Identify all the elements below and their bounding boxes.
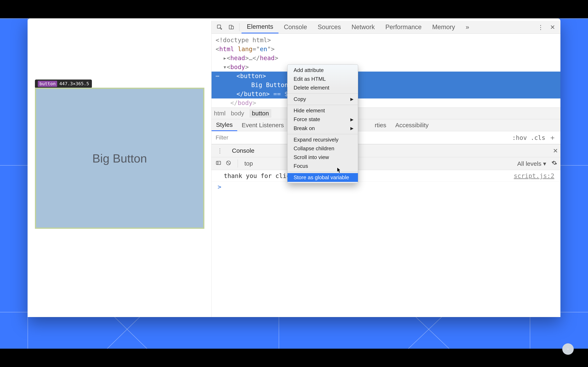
cls-toggle[interactable]: .cls <box>531 134 545 141</box>
tabs-overflow[interactable]: » <box>460 21 475 33</box>
ctx-scroll-into-view[interactable]: Scroll into view <box>287 153 358 162</box>
ctx-store-as-global[interactable]: Store as global variable <box>287 173 358 182</box>
big-button-label: Big Button <box>92 151 147 165</box>
devtools-panel: Elements Console Sources Network Perform… <box>211 21 561 317</box>
console-levels-select[interactable]: All levels ▾ <box>517 160 546 167</box>
tab-elements[interactable]: Elements <box>242 21 278 33</box>
dom-doctype[interactable]: <!doctype html> <box>212 36 561 45</box>
crumb-body[interactable]: body <box>231 110 244 117</box>
dom-head-collapsed[interactable]: ▸<head>…</head> <box>212 54 561 63</box>
ctx-expand-recursively[interactable]: Expand recursively <box>287 135 358 144</box>
drawer-kebab-icon[interactable]: ⋮ <box>215 146 225 155</box>
crumb-button[interactable]: button <box>250 109 271 118</box>
console-sidebar-toggle-icon[interactable] <box>216 160 221 167</box>
element-hover-tooltip: button 447.3×365.5 <box>35 80 92 88</box>
new-style-rule-icon[interactable]: ＋ <box>549 133 556 142</box>
ctx-copy[interactable]: Copy▶ <box>287 95 358 104</box>
console-context-select[interactable]: top <box>244 160 253 167</box>
close-devtools-icon[interactable]: ✕ <box>547 23 558 31</box>
hov-toggle[interactable]: :hov <box>512 134 527 141</box>
page-viewport: button 447.3×365.5 Big Button <box>27 18 211 317</box>
tab-console[interactable]: Console <box>278 21 312 33</box>
clear-console-icon[interactable] <box>226 160 231 167</box>
chrome-logo-icon <box>562 343 574 355</box>
console-settings-icon[interactable] <box>552 160 557 167</box>
submenu-arrow-icon: ▶ <box>350 117 354 122</box>
devtools-toolbar: Elements Console Sources Network Perform… <box>212 21 561 34</box>
element-context-menu: Add attribute Edit as HTML Delete elemen… <box>287 64 358 183</box>
kebab-menu-icon[interactable]: ⋮ <box>536 23 546 31</box>
toolbar-separator <box>239 23 240 31</box>
dom-body-close[interactable]: </body> <box>212 99 561 108</box>
crumb-html[interactable]: html <box>214 110 226 117</box>
console-prompt[interactable]: > <box>212 182 561 192</box>
hover-dims: 447.3×365.5 <box>59 82 89 86</box>
submenu-arrow-icon: ▶ <box>350 125 354 131</box>
ctx-separator <box>287 134 358 134</box>
letterbox-top <box>0 0 588 18</box>
hover-tag-badge: button <box>38 81 57 87</box>
ctx-collapse-children[interactable]: Collapse children <box>287 144 358 153</box>
drawer-header: ⋮ Console ✕ <box>212 144 561 157</box>
dom-html-open[interactable]: <html lang="en"> <box>212 45 561 54</box>
big-button[interactable]: Big Button <box>35 88 204 229</box>
dom-selected-button-text[interactable]: Big Button <box>212 81 561 90</box>
submenu-arrow-icon: ▶ <box>350 96 354 102</box>
tab-memory[interactable]: Memory <box>427 21 460 33</box>
elements-subtabs: Styles Event Listeners DOM Breakpoints r… <box>212 119 561 131</box>
dom-breadcrumbs: html body button <box>212 108 561 119</box>
dom-body-open[interactable]: ▾<body> <box>212 63 561 72</box>
ctx-separator <box>287 172 358 172</box>
subtab-properties[interactable]: rties <box>370 119 391 131</box>
styles-filter-bar: Filter :hov .cls ＋ <box>212 131 561 144</box>
inspect-icon[interactable] <box>214 23 225 31</box>
close-drawer-icon[interactable]: ✕ <box>553 147 558 154</box>
styles-filter-input[interactable]: Filter <box>216 134 228 141</box>
subtab-event-listeners[interactable]: Event Listeners <box>237 119 288 131</box>
ctx-add-attribute[interactable]: Add attribute <box>287 66 358 75</box>
ctx-focus[interactable]: Focus <box>287 162 358 170</box>
subtab-accessibility[interactable]: Accessibility <box>391 119 433 131</box>
console-output: thank you for click script.js:2 > <box>212 170 561 317</box>
console-separator <box>238 159 238 167</box>
ctx-delete-element[interactable]: Delete element <box>287 83 358 92</box>
console-log-message: thank you for click <box>224 172 294 179</box>
dom-selected-button-close[interactable]: </button> == $0 <box>212 90 561 99</box>
drawer-title[interactable]: Console <box>226 147 260 154</box>
ctx-edit-as-html[interactable]: Edit as HTML <box>287 75 358 83</box>
ctx-hide-element[interactable]: Hide element <box>287 106 358 115</box>
subtab-styles[interactable]: Styles <box>212 119 237 131</box>
svg-rect-10 <box>231 26 233 29</box>
letterbox-bottom <box>0 349 588 367</box>
tab-performance[interactable]: Performance <box>380 21 427 33</box>
ctx-break-on[interactable]: Break on▶ <box>287 124 358 133</box>
ctx-force-state[interactable]: Force state▶ <box>287 115 358 124</box>
console-log-line[interactable]: thank you for click script.js:2 <box>212 170 561 182</box>
ctx-separator <box>287 105 358 105</box>
dom-selected-button-open[interactable]: ⋯ <button> <box>212 72 561 81</box>
console-controls: top All levels ▾ <box>212 157 561 170</box>
tab-network[interactable]: Network <box>346 21 380 33</box>
ctx-separator <box>287 93 358 94</box>
tab-sources[interactable]: Sources <box>312 21 346 33</box>
dom-tree[interactable]: <!doctype html> <html lang="en"> ▸<head>… <box>212 34 561 108</box>
device-toggle-icon[interactable] <box>226 23 236 31</box>
console-log-source-link[interactable]: script.js:2 <box>514 172 554 179</box>
